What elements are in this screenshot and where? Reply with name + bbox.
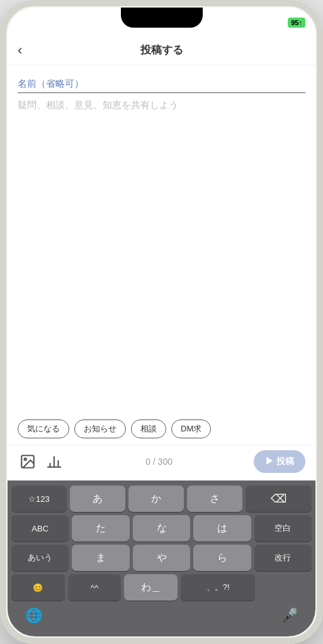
- key-punct[interactable]: 、。?!: [181, 574, 255, 601]
- toolbar: 0 / 300 ▶ 投稿: [8, 445, 315, 480]
- page-title: 投稿する: [140, 43, 183, 57]
- keyboard-row-2: ABC た な は 空白: [10, 515, 313, 541]
- key-space[interactable]: 空白: [254, 515, 312, 541]
- key-ha[interactable]: は: [193, 515, 251, 541]
- key-empty: [258, 574, 312, 601]
- key-ta[interactable]: た: [72, 515, 129, 541]
- notch: [121, 8, 203, 28]
- chart-icon[interactable]: [44, 452, 64, 472]
- post-form: [8, 65, 315, 413]
- status-bar: 95↑: [8, 8, 315, 35]
- back-button[interactable]: ‹: [18, 43, 22, 57]
- svg-point-1: [25, 458, 26, 460]
- key-ka[interactable]: か: [128, 486, 184, 512]
- keyboard-row-1: ☆123 あ か さ ⌫: [10, 486, 313, 512]
- globe-icon[interactable]: 🌐: [25, 608, 42, 624]
- screen: 95↑ ‹ 投稿する 気になる お知らせ 相談 DM求: [8, 8, 315, 636]
- app-content: ‹ 投稿する 気になる お知らせ 相談 DM求: [8, 35, 315, 636]
- key-wa[interactable]: わ＿: [124, 574, 178, 601]
- key-ra[interactable]: ら: [193, 545, 251, 571]
- tags-row: 気になる お知らせ 相談 DM求: [8, 413, 315, 445]
- tag-button-soudan[interactable]: 相談: [131, 419, 166, 438]
- tag-button-dm[interactable]: DM求: [171, 419, 211, 438]
- keyboard-row-3: あいう ま や ら 改行: [10, 545, 313, 571]
- delete-key[interactable]: ⌫: [246, 486, 312, 512]
- post-button[interactable]: ▶ 投稿: [254, 450, 305, 473]
- key-symbol[interactable]: ☆123: [11, 486, 67, 512]
- name-input[interactable]: [18, 75, 305, 93]
- battery-indicator: 95↑: [288, 18, 305, 28]
- key-abc[interactable]: ABC: [11, 515, 69, 541]
- tag-button-kinaru[interactable]: 気になる: [18, 419, 69, 438]
- key-ma[interactable]: ま: [72, 545, 129, 571]
- key-enter[interactable]: 改行: [254, 545, 312, 571]
- phone-frame: 95↑ ‹ 投稿する 気になる お知らせ 相談 DM求: [0, 0, 323, 644]
- key-sa[interactable]: さ: [187, 486, 242, 512]
- image-icon[interactable]: [18, 452, 38, 472]
- key-a[interactable]: あ: [70, 486, 125, 512]
- key-emoji[interactable]: 😊: [11, 574, 65, 601]
- key-na[interactable]: な: [133, 515, 190, 541]
- key-caret[interactable]: ^^: [68, 574, 122, 601]
- mic-icon[interactable]: 🎤: [281, 608, 298, 624]
- key-aiu[interactable]: あいう: [11, 545, 69, 571]
- header: ‹ 投稿する: [8, 35, 315, 65]
- keyboard-row-4: 😊 ^^ わ＿ 、。?!: [10, 574, 313, 601]
- keyboard-bottom-bar: 🌐 🎤: [10, 604, 313, 634]
- keyboard: ☆123 あ か さ ⌫ ABC た な は 空白: [8, 480, 315, 636]
- tag-button-oshirase[interactable]: お知らせ: [74, 419, 126, 438]
- key-ya[interactable]: や: [133, 545, 190, 571]
- content-input[interactable]: [18, 99, 305, 403]
- post-button-label: ▶ 投稿: [265, 456, 294, 467]
- char-count: 0 / 300: [71, 457, 247, 467]
